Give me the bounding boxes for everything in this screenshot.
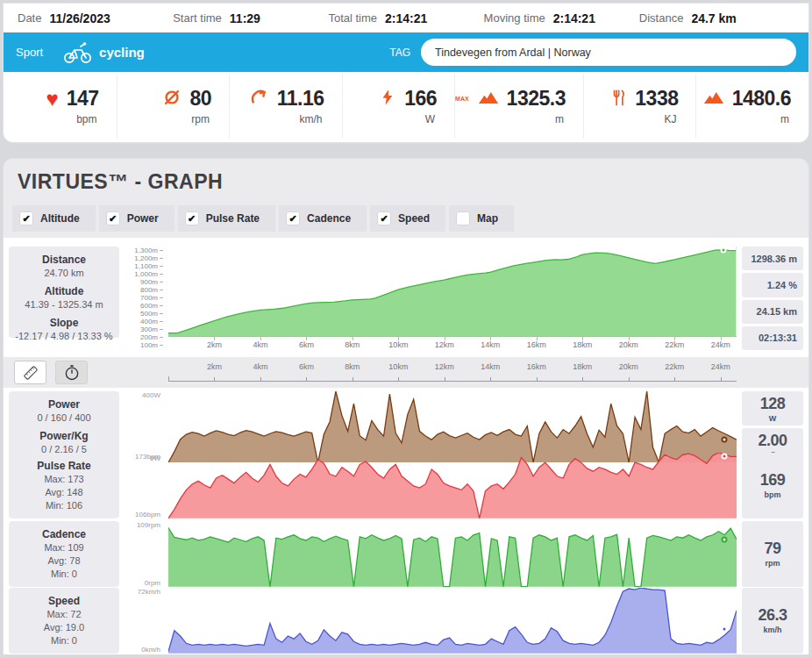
- altitude-info-box: Distance 24.70 km Altitude 41.39 - 1325.…: [9, 247, 119, 338]
- stat-power: 166 W: [342, 74, 455, 139]
- power-row: Power 0 / 160 / 400 Power/Kg 0 / 2.16 / …: [9, 391, 803, 449]
- speed-row: Speed Max: 72 Avg: 19.0 Min: 0 72km/h 0k…: [9, 588, 803, 649]
- checkbox-map[interactable]: [456, 211, 470, 225]
- power-icon: [379, 89, 396, 110]
- altitude-chart[interactable]: [168, 247, 737, 336]
- cadence-max: Max: 109: [12, 541, 116, 554]
- speed-info-box: Speed Max: 72 Avg: 19.0 Min: 0: [9, 588, 119, 654]
- pulse-title: Pulse Rate: [12, 459, 116, 473]
- heart-rate-unit: bpm: [76, 113, 98, 125]
- alt-slope-value: -12.17 / 4.98 / 13.33 %: [12, 330, 116, 343]
- cursor-pulse: 169 bpm: [742, 453, 803, 519]
- checkbox-speed[interactable]: ✔: [377, 211, 391, 225]
- field-distance: Distance 24.7 km: [639, 11, 794, 25]
- calories-value: 1338: [635, 87, 678, 111]
- cursor-cadence: 79 rpm: [742, 521, 803, 587]
- elevation-gain-unit: m: [780, 113, 791, 125]
- pulse-cursor-dot: [721, 454, 727, 460]
- cursor-time: 02:13:31: [742, 326, 803, 350]
- toggle-pulse-rate[interactable]: ✔ Pulse Rate: [178, 205, 275, 232]
- calories-icon: [612, 89, 627, 110]
- graph-card: VIRTUES™ - GRAPH ✔ Altitude ✔ Power ✔ Pu…: [3, 158, 809, 654]
- cadence-value: 80: [189, 87, 211, 111]
- toggle-altitude[interactable]: ✔ Altitude: [12, 205, 96, 232]
- pulse-chart[interactable]: [168, 453, 737, 519]
- date-value: 11/26/2023: [49, 11, 110, 25]
- speed-unit: km/h: [300, 113, 324, 125]
- cursor-slope: 1.24 %: [742, 273, 803, 297]
- toggle-cadence[interactable]: ✔ Cadence: [279, 205, 367, 232]
- cadence-avg: Avg: 78: [12, 554, 116, 568]
- moving-time-label: Moving time: [484, 11, 545, 25]
- cursor-speed: 26.3 km/h: [742, 588, 803, 654]
- stat-elevation-gain: 1480.6 m: [695, 74, 808, 139]
- speed-chart[interactable]: [168, 588, 737, 654]
- checkbox-cadence[interactable]: ✔: [286, 211, 300, 225]
- toggle-power-label: Power: [127, 212, 159, 225]
- power-value: 166: [404, 87, 437, 111]
- spacer: [3, 143, 809, 158]
- altitude-cursor-values: 1298.36 m 1.24 % 24.15 km 02:13:31: [742, 247, 803, 350]
- cadence-title: Cadence: [12, 527, 116, 541]
- checkbox-altitude[interactable]: ✔: [19, 211, 33, 225]
- page: Date 11/26/2023 Start time 11:29 Total t…: [0, 0, 812, 654]
- toggle-map[interactable]: Map: [449, 205, 514, 232]
- cursor-altitude: 1298.36 m: [742, 247, 803, 270]
- sport-value: cycling: [99, 45, 145, 60]
- cadence-min: Min: 0: [12, 568, 116, 581]
- toggle-power[interactable]: ✔ Power: [99, 205, 175, 232]
- tag-input[interactable]: [421, 39, 796, 66]
- charts-panel: Distance 24.70 km Altitude 41.39 - 1325.…: [4, 238, 808, 654]
- max-label: MAX: [455, 96, 469, 102]
- cadence-row: Cadence Max: 109 Avg: 78 Min: 0 109rpm 0…: [9, 521, 803, 584]
- checkbox-power[interactable]: ✔: [106, 211, 120, 225]
- toggle-speed-label: Speed: [398, 212, 430, 225]
- alt-altitude-value: 41.39 - 1325.34 m: [12, 298, 116, 311]
- pulse-min: Min: 106: [12, 499, 116, 512]
- series-toggles: ✔ Altitude ✔ Power ✔ Pulse Rate ✔ Cadenc…: [4, 205, 808, 232]
- toggle-speed[interactable]: ✔ Speed: [370, 205, 445, 232]
- altitude-y-axis: 1,300m1,200m1,100m1,000m900m800m700m600m…: [125, 247, 163, 336]
- altitude-row: Distance 24.70 km Altitude 41.39 - 1325.…: [9, 247, 803, 352]
- sport-bar: Sport cycling TAG: [4, 32, 808, 72]
- time-mode-button[interactable]: [55, 361, 88, 384]
- elevation-gain-icon: [703, 89, 724, 108]
- speed-value: 11.16: [277, 87, 324, 111]
- distance-mode-button[interactable]: [14, 361, 46, 384]
- field-start-time: Start time 11:29: [173, 11, 328, 25]
- date-label: Date: [18, 11, 41, 25]
- alt-slope-label: Slope: [12, 316, 116, 330]
- altitude-x-axis: 2km4km6km8km10km12km14km16km18km20km22km…: [168, 336, 737, 352]
- speed-max: Max: 72: [12, 608, 116, 621]
- ruler-icon: [22, 364, 39, 382]
- power-y-axis: 400W 0W: [125, 391, 163, 462]
- stat-max-altitude: MAX 1325.3 m: [454, 74, 583, 139]
- power-chart[interactable]: [168, 391, 737, 462]
- bicycle-icon: [62, 41, 92, 64]
- field-moving-time: Moving time 2:14:21: [484, 11, 639, 25]
- pulse-row: Pulse Rate Max: 173 Avg: 148 Min: 106 17…: [9, 453, 803, 518]
- cadence-y-axis: 109rpm 0rpm: [125, 521, 163, 587]
- start-time-label: Start time: [173, 11, 222, 25]
- tag-group: TAG: [389, 39, 796, 66]
- checkbox-pulse-rate[interactable]: ✔: [185, 211, 199, 225]
- stats-row: ♥ 147 bpm 80 rpm 11.: [4, 72, 808, 142]
- speed-avg: Avg: 19.0: [12, 621, 116, 634]
- tool-buttons: [9, 361, 119, 384]
- page-title: VIRTUES™ - GRAPH: [18, 170, 808, 194]
- sport-label: Sport: [16, 46, 43, 59]
- power-title: Power: [12, 397, 116, 411]
- toggle-map-label: Map: [477, 212, 498, 225]
- heart-icon: ♥: [46, 89, 58, 110]
- power-info-box: Power 0 / 160 / 400 Power/Kg 0 / 2.16 / …: [9, 391, 119, 462]
- pulse-avg: Avg: 148: [12, 486, 116, 499]
- power-cursor-dot: [721, 437, 727, 443]
- ruler-strip: 2km4km6km8km10km12km14km16km18km20km22km…: [4, 357, 808, 388]
- cadence-chart[interactable]: [168, 521, 737, 587]
- shared-x-axis[interactable]: 2km4km6km8km10km12km14km16km18km20km22km…: [168, 361, 737, 384]
- speed-y-axis: 72km/h 0km/h: [125, 588, 163, 654]
- heart-rate-value: 147: [67, 87, 99, 111]
- summary-bar: Date 11/26/2023 Start time 11:29 Total t…: [4, 4, 808, 32]
- stat-cadence: 80 rpm: [117, 74, 230, 139]
- total-time-value: 2:14:21: [385, 11, 427, 25]
